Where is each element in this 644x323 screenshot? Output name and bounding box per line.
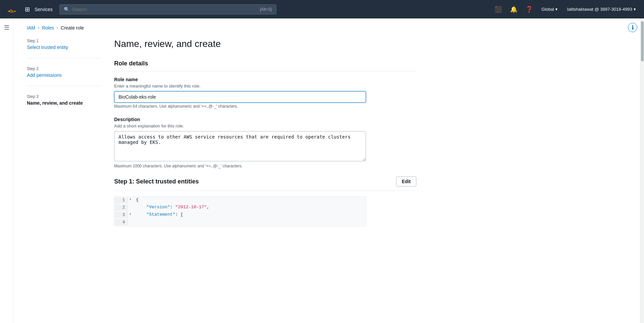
line-content-4 xyxy=(133,219,136,225)
role-details-section-title: Role details xyxy=(114,60,416,71)
help-icon[interactable]: ❓ xyxy=(523,4,535,15)
step-2-item: Step 2 Add permissions xyxy=(27,66,101,86)
role-name-input[interactable] xyxy=(114,91,366,103)
step-3-current: Name, review, and create xyxy=(27,100,101,106)
line-content-3: "Statement": [ xyxy=(133,212,183,218)
main-content: IAM › Roles › Create role Step 1 Select … xyxy=(13,18,644,323)
steps-sidebar: Step 1 Select trusted entity Step 2 Add … xyxy=(27,39,101,226)
breadcrumb-roles[interactable]: Roles xyxy=(42,25,54,31)
user-label: lalitshaktawat @ 3897-3018-4993 xyxy=(567,7,632,12)
search-input[interactable] xyxy=(72,7,257,12)
top-navigation: ⊞ Services 🔍 [Alt+S] ⬛ 🔔 ❓ Global ▾ lali… xyxy=(0,0,644,18)
line-arrow-4 xyxy=(128,219,133,225)
breadcrumb-sep-2: › xyxy=(57,25,58,30)
breadcrumb-iam[interactable]: IAM xyxy=(27,25,35,31)
edit-trusted-entities-button[interactable]: Edit xyxy=(396,176,416,186)
bell-icon[interactable]: 🔔 xyxy=(508,4,519,15)
code-line-1: 1 ▾ { xyxy=(114,197,366,204)
role-name-label: Role name xyxy=(114,77,416,82)
description-hint: Add a short explanation for this role. xyxy=(114,123,416,128)
step-2-link[interactable]: Add permissions xyxy=(27,72,62,78)
step-1-number: Step 1 xyxy=(27,39,101,43)
info-icon[interactable]: ℹ xyxy=(628,23,637,32)
global-region-selector[interactable]: Global ▾ xyxy=(539,5,561,14)
scrollbar-thumb[interactable] xyxy=(641,21,644,61)
aws-logo[interactable] xyxy=(5,3,18,16)
line-arrow-1[interactable]: ▾ xyxy=(128,197,133,203)
sidebar-toggle-panel: ☰ xyxy=(0,18,13,323)
step-1-link[interactable]: Select trusted entity xyxy=(27,45,68,50)
line-number-1: 1 xyxy=(114,197,128,203)
description-label: Description xyxy=(114,117,416,122)
role-name-group: Role name Enter a meaningful name to ide… xyxy=(114,77,416,109)
code-line-2: 2 "Version": "2012-10-17", xyxy=(114,204,366,211)
services-nav-label[interactable]: Services xyxy=(35,7,53,12)
global-chevron-icon: ▾ xyxy=(555,7,558,12)
description-constraint: Maximum 1000 characters. Use alphanumeri… xyxy=(114,164,416,168)
scrollbar[interactable] xyxy=(640,18,644,323)
role-name-hint: Enter a meaningful name to identify this… xyxy=(114,84,416,89)
form-area: Name, review, and create Role details Ro… xyxy=(114,39,416,226)
search-bar[interactable]: 🔍 [Alt+S] xyxy=(59,4,276,14)
step-1-item: Step 1 Select trusted entity xyxy=(27,39,101,58)
line-number-4: 4 xyxy=(114,219,128,225)
page-title: Name, review, and create xyxy=(114,39,416,49)
step-3-item: Step 3 Name, review, and create xyxy=(27,94,101,114)
step-3-number: Step 3 xyxy=(27,94,101,99)
hamburger-icon[interactable]: ☰ xyxy=(4,24,9,31)
code-editor: 1 ▾ { 2 "Version": "2012-10-17", 3 ▾ xyxy=(114,196,366,226)
user-account-menu[interactable]: lalitshaktawat @ 3897-3018-4993 ▾ xyxy=(564,5,639,14)
trusted-entities-title: Step 1: Select trusted entities xyxy=(114,178,199,185)
line-arrow-2 xyxy=(128,205,133,211)
line-number-3: 3 xyxy=(114,212,128,218)
terminal-icon[interactable]: ⬛ xyxy=(493,4,504,15)
breadcrumb-sep-1: › xyxy=(38,25,39,30)
code-line-4: 4 xyxy=(114,219,366,226)
line-content-1: { xyxy=(133,197,139,203)
search-icon: 🔍 xyxy=(64,7,70,12)
search-shortcut: [Alt+S] xyxy=(260,7,272,12)
grid-icon[interactable]: ⊞ xyxy=(25,6,30,13)
description-group: Description Add a short explanation for … xyxy=(114,117,416,168)
breadcrumb-current: Create role xyxy=(61,25,84,31)
description-textarea[interactable]: Allows access to other AWS service resou… xyxy=(114,131,366,161)
line-content-2: "Version": "2012-10-17", xyxy=(133,205,209,211)
user-chevron-icon: ▾ xyxy=(634,7,636,12)
code-line-3: 3 ▾ "Statement": [ xyxy=(114,211,366,219)
trusted-entities-header: Step 1: Select trusted entities Edit xyxy=(114,176,416,191)
line-arrow-3[interactable]: ▾ xyxy=(128,212,133,218)
breadcrumb: IAM › Roles › Create role xyxy=(27,25,631,31)
line-number-2: 2 xyxy=(114,205,128,211)
role-name-constraint: Maximum 64 characters. Use alphanumeric … xyxy=(114,104,416,109)
global-label: Global xyxy=(542,7,554,12)
step-2-number: Step 2 xyxy=(27,66,101,71)
